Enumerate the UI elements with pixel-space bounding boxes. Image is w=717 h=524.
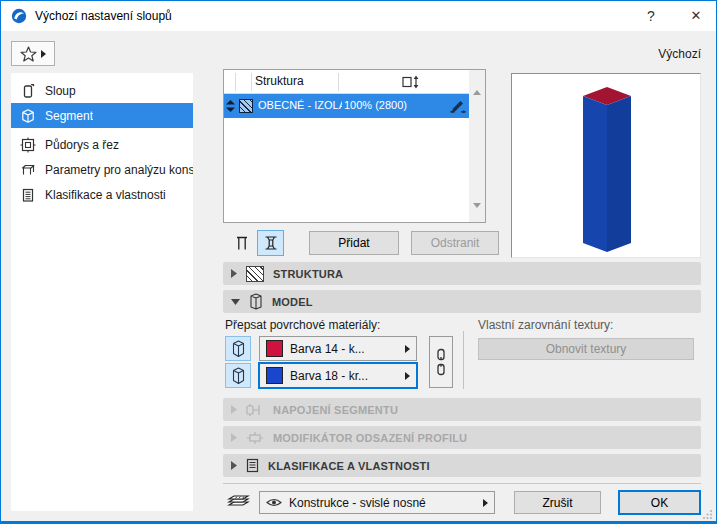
app-icon [11,8,27,24]
layer-dropdown[interactable]: Konstrukce - svislé nosné [259,491,495,514]
cancel-button[interactable]: Zrušit [514,491,601,514]
sidebar-item-segment[interactable]: Segment [11,103,193,128]
close-button[interactable]: ✕ [676,1,716,31]
surface-bottom-dropdown[interactable]: Barva 18 - kr... [258,362,418,389]
section-label: STRUKTURA [273,268,343,280]
box-icon [232,340,245,358]
model-column-icon [249,293,263,310]
section-label: MODEL [272,296,313,308]
segment-connection-icon [246,403,264,417]
section-napojeni[interactable]: NAPOJENÍ SEGMENTU [223,398,701,421]
dropdown-arrow-icon [405,345,410,353]
hatch-icon [246,266,264,282]
dropdown-arrow-icon [483,499,488,507]
texture-align-label: Vlastní zarovnání textury: [478,318,613,332]
help-button[interactable]: ? [631,1,671,31]
dropdown-arrow-icon [41,50,46,58]
segment-structure-table: Struktura OBECNÉ - IZOLAČNÍ M... 100% (2… [223,69,486,223]
table-row[interactable]: OBECNÉ - IZOLAČNÍ M... 100% (2800) [224,94,469,118]
column-left-face [583,96,607,252]
layers-icon [226,493,254,512]
edit-pen-icon[interactable] [450,99,466,113]
ok-button[interactable]: OK [618,490,701,515]
profile-offset-icon [246,431,264,445]
section-label: MODIFIKÁTOR ODSAZENÍ PROFILU [273,432,467,444]
window-title: Výchozí nastavení sloupů [35,1,172,31]
section-klasifikace[interactable]: KLASIFIKACE A VLASTNOSTI [223,454,701,477]
column-plain-toggle[interactable] [229,231,255,255]
eye-icon [266,497,282,508]
document-icon [246,458,259,473]
color-swatch [266,367,283,384]
plan-section-icon [20,137,36,153]
footer-divider [223,483,701,484]
column-icon [20,83,36,99]
surface-bottom-value: Barva 18 - kr... [290,369,398,383]
sidebar-item-label: Segment [45,109,93,123]
section-modifikator[interactable]: MODIFIKÁTOR ODSAZENÍ PROFILU [223,426,701,449]
expander-collapsed-icon [231,269,237,278]
capital-column-icon [262,234,280,252]
segment-fill-name: OBECNÉ - IZOLAČNÍ M... [258,99,342,111]
surface-bottom-toggle[interactable] [225,363,251,388]
surface-top-toggle[interactable] [225,336,251,361]
dropdown-arrow-icon [405,372,410,380]
sidebar-item-label: Sloup [45,84,76,98]
surface-top-dropdown[interactable]: Barva 14 - k... [259,336,417,361]
plain-column-icon [233,234,251,252]
fill-swatch [239,99,253,113]
document-icon [20,187,36,203]
reorder-icon[interactable] [226,100,235,112]
sidebar-item-pudorys[interactable]: Půdorys a řez [11,132,193,157]
sidebar-item-parametry[interactable]: Parametry pro analýzu konst... [11,157,193,182]
favorites-button[interactable] [11,41,55,66]
segment-height-value: 100% (2800) [344,99,407,111]
sidebar-item-label: Půdorys a řez [45,138,119,152]
reset-textures-button[interactable]: Obnovit textury [478,338,694,360]
sidebar-item-klasifikace[interactable]: Klasifikace a vlastnosti [11,182,193,207]
surface-top-value: Barva 14 - k... [290,342,398,356]
remove-segment-button[interactable]: Odstranit [411,231,499,255]
section-struktura[interactable]: STRUKTURA [223,262,701,285]
panel-divider [463,331,464,389]
settings-sidebar: Sloup Segment Půdorys a řez Parametry pr… [11,73,193,511]
column-header-struktura: Struktura [255,74,304,88]
sidebar-item-label: Klasifikace a vlastnosti [45,188,166,202]
star-icon [20,46,37,62]
sidebar-item-label: Parametry pro analýzu konst... [45,163,193,177]
link-surfaces-button[interactable] [429,336,453,388]
expander-collapsed-icon [231,405,237,414]
table-scrollbar[interactable] [469,70,485,222]
scroll-up-button[interactable] [473,76,481,90]
table-header-row: Struktura [224,70,469,94]
column-capital-toggle[interactable] [257,230,284,256]
add-segment-button[interactable]: Přidat [309,231,399,255]
column-settings-dialog: Výchozí nastavení sloupů ? ✕ Výchozí Slo… [0,0,717,524]
section-model[interactable]: MODEL [223,290,701,313]
color-swatch [266,340,283,357]
default-label: Výchozí [601,47,701,61]
column-3d-preview[interactable] [511,73,701,258]
layer-value: Konstrukce - svislé nosné [289,496,476,510]
segment-height-icon [402,75,422,89]
expander-collapsed-icon [231,461,237,470]
expander-collapsed-icon [231,433,237,442]
section-label: NAPOJENÍ SEGMENTU [273,404,398,416]
structural-analysis-icon [20,162,36,178]
chain-icon [435,348,447,376]
section-label: KLASIFIKACE A VLASTNOSTI [268,460,430,472]
resize-grip[interactable] [703,509,713,519]
scroll-down-button[interactable] [473,208,481,222]
override-materials-label: Přepsat povrchové materiály: [225,318,380,332]
box-icon [232,367,245,385]
sidebar-item-sloup[interactable]: Sloup [11,78,193,103]
cube-icon [20,108,36,124]
expander-expanded-icon [231,299,240,305]
